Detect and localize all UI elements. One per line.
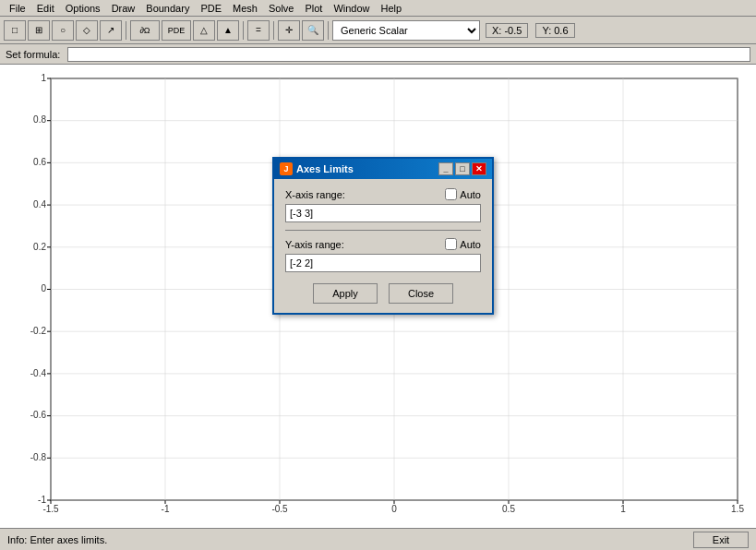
- y-auto-checkbox[interactable]: [445, 238, 457, 250]
- y-auto-container: Auto: [445, 238, 481, 250]
- partial-button[interactable]: ∂Ω: [130, 20, 160, 41]
- dialog-separator: [285, 230, 481, 231]
- y-coord: Y: 0.6: [535, 23, 574, 38]
- toolbar: □ ⊞ ○ ◇ ↗ ∂Ω PDE △ ▲ = ✛ 🔍 Generic Scala…: [0, 17, 756, 44]
- separator-1: [126, 21, 126, 40]
- y-axis-row: Y-axis range: Auto: [285, 238, 481, 272]
- x-axis-label: X-axis range:: [285, 189, 445, 200]
- zoom-button[interactable]: 🔍: [302, 20, 324, 41]
- menu-solve[interactable]: Solve: [263, 2, 300, 15]
- close-button[interactable]: ✕: [472, 162, 486, 175]
- statusbar: Info: Enter axes limits. Exit: [0, 528, 756, 550]
- menu-boundary[interactable]: Boundary: [140, 2, 195, 15]
- minimize-button[interactable]: _: [438, 162, 453, 175]
- x-range-input[interactable]: [285, 204, 481, 222]
- dialog-buttons: Apply Close: [285, 283, 481, 304]
- y-axis-label: Y-axis range:: [285, 239, 445, 250]
- menu-help[interactable]: Help: [376, 2, 408, 15]
- dialog-titlebar: J Axes Limits _ □ ✕: [274, 159, 492, 179]
- dialog-content: X-axis range: Auto Y-axis range:: [274, 179, 492, 313]
- delta-button[interactable]: ▲: [217, 20, 239, 41]
- x-axis-row: X-axis range: Auto: [285, 188, 481, 222]
- arrow-button[interactable]: ↗: [100, 20, 122, 41]
- scalar-dropdown[interactable]: Generic Scalar Generic System Structural…: [332, 20, 480, 41]
- pde-button[interactable]: PDE: [162, 20, 191, 41]
- coord-display: X: -0.5 Y: 0.6: [486, 23, 575, 38]
- formula-input[interactable]: [67, 47, 750, 62]
- apply-button[interactable]: Apply: [313, 283, 378, 304]
- separator-2: [243, 21, 244, 40]
- x-auto-label: Auto: [460, 189, 481, 200]
- menu-window[interactable]: Window: [328, 2, 375, 15]
- menu-pde[interactable]: PDE: [195, 2, 227, 15]
- separator-3: [273, 21, 274, 40]
- ellipse-button[interactable]: ○: [52, 20, 74, 41]
- dialog-app-icon: J: [280, 162, 293, 175]
- plot-area: J Axes Limits _ □ ✕ X-axis range: Auto: [0, 65, 756, 528]
- polygon-button[interactable]: ◇: [76, 20, 98, 41]
- triangle-button[interactable]: △: [193, 20, 215, 41]
- separator-4: [328, 21, 329, 40]
- maximize-button[interactable]: □: [455, 162, 470, 175]
- axes-limits-dialog: J Axes Limits _ □ ✕ X-axis range: Auto: [272, 157, 494, 315]
- dialog-title-text: Axes Limits: [296, 163, 354, 174]
- x-axis-header: X-axis range: Auto: [285, 188, 481, 200]
- cursor-button[interactable]: ✛: [278, 20, 300, 41]
- new-button[interactable]: □: [4, 20, 26, 41]
- menu-mesh[interactable]: Mesh: [227, 2, 263, 15]
- main-area: J Axes Limits _ □ ✕ X-axis range: Auto: [0, 65, 756, 528]
- y-range-input[interactable]: [285, 254, 481, 272]
- grid-button[interactable]: ⊞: [28, 20, 50, 41]
- equals-button[interactable]: =: [247, 20, 270, 41]
- menu-file[interactable]: File: [4, 2, 31, 15]
- x-auto-checkbox[interactable]: [445, 188, 457, 200]
- exit-button[interactable]: Exit: [693, 532, 749, 548]
- formula-label: Set formula:: [6, 49, 60, 60]
- menu-plot[interactable]: Plot: [299, 2, 328, 15]
- y-axis-header: Y-axis range: Auto: [285, 238, 481, 250]
- status-info: Info: Enter axes limits.: [7, 534, 107, 545]
- menubar: File Edit Options Draw Boundary PDE Mesh…: [0, 0, 756, 17]
- formulabar: Set formula:: [0, 44, 756, 65]
- dialog-title-buttons: _ □ ✕: [438, 162, 486, 175]
- menu-edit[interactable]: Edit: [31, 2, 60, 15]
- close-dialog-button[interactable]: Close: [389, 283, 453, 304]
- menu-draw[interactable]: Draw: [106, 2, 141, 15]
- x-coord: X: -0.5: [486, 23, 528, 38]
- y-auto-label: Auto: [460, 239, 481, 250]
- dialog-title-left: J Axes Limits: [280, 162, 354, 175]
- status-text: Enter axes limits.: [30, 534, 107, 545]
- x-auto-container: Auto: [445, 188, 481, 200]
- info-label: Info:: [7, 534, 27, 545]
- menu-options[interactable]: Options: [60, 2, 106, 15]
